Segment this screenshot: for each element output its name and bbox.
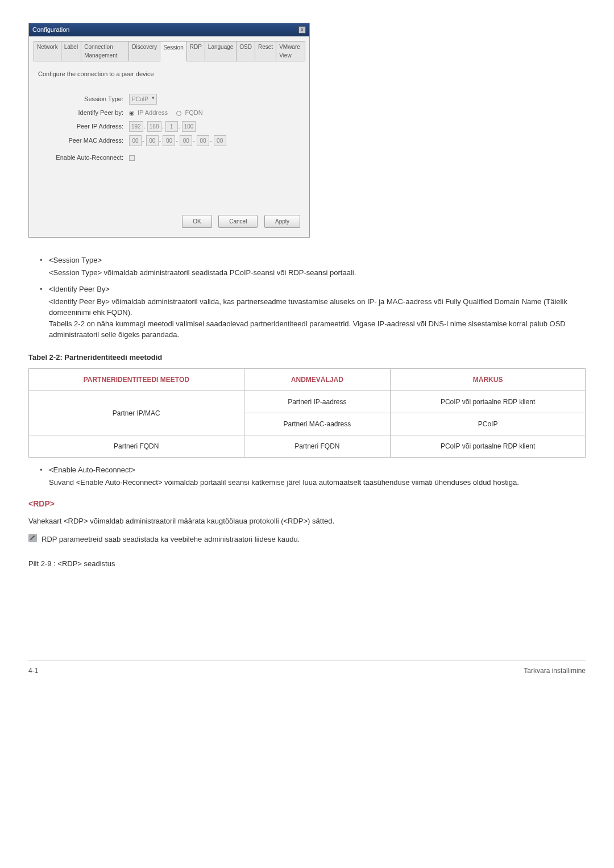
auto-reconnect-checkbox[interactable] bbox=[129, 155, 135, 161]
radio-fqdn-label: FQDN bbox=[185, 109, 202, 116]
cell-method-ipmac: Partner IP/MAC bbox=[29, 391, 244, 435]
option-list-2: • <Enable Auto-Reconnect> Suvand <Enable… bbox=[28, 464, 586, 488]
tab-row: Network Label Connection Management Disc… bbox=[34, 41, 305, 61]
identify-peer-label: Identify Peer by: bbox=[38, 108, 129, 118]
tab-connection-management[interactable]: Connection Management bbox=[81, 41, 129, 61]
rdp-intro: Vahekaart <RDP> võimaldab administraator… bbox=[28, 516, 586, 527]
mac-3[interactable]: 00 bbox=[163, 135, 175, 146]
mac-2[interactable]: 00 bbox=[146, 135, 159, 146]
radio-fqdn[interactable] bbox=[176, 111, 181, 116]
note-icon bbox=[28, 534, 37, 542]
th-note: MÄRKUS bbox=[391, 369, 586, 391]
window-body: Network Label Connection Management Disc… bbox=[29, 36, 309, 238]
footer-right: Tarkvara installimine bbox=[524, 666, 586, 676]
session-type-select[interactable]: PCoIP bbox=[129, 94, 157, 105]
figure-caption: Pilt 2-9 : <RDP> seadistus bbox=[28, 558, 586, 570]
cell-note-mac: PCoIP bbox=[391, 413, 586, 435]
bullet-icon: • bbox=[40, 464, 49, 488]
config-window: Configuration x Network Label Connection… bbox=[28, 23, 310, 238]
peer-ip-label: Peer IP Address: bbox=[38, 122, 129, 131]
methods-table: PARTNERIDENTITEEDI MEETOD ANDMEVÄLJAD MÄ… bbox=[28, 368, 586, 458]
tab-vmware-view[interactable]: VMware View bbox=[276, 41, 305, 61]
note-row: RDP parameetreid saab seadistada ka veeb… bbox=[28, 534, 586, 545]
cell-field-ip: Partneri IP-aadress bbox=[244, 391, 391, 413]
tab-rdp[interactable]: RDP bbox=[186, 41, 205, 61]
rdp-heading: <RDP> bbox=[28, 498, 586, 510]
identify-peer-text2: Tabelis 2-2 on näha kummagi meetodi vali… bbox=[49, 318, 586, 340]
tab-session[interactable]: Session bbox=[160, 41, 187, 61]
bullet-icon: • bbox=[40, 284, 49, 340]
auto-reconnect-label: Enable Auto-Reconnect: bbox=[38, 153, 129, 163]
ip-octet-2[interactable]: 168 bbox=[147, 121, 161, 132]
cell-method-fqdn: Partneri FQDN bbox=[29, 435, 244, 458]
peer-mac-field[interactable]: 00- 00- 00- 00- 00- 00 bbox=[129, 135, 300, 146]
cancel-button[interactable]: Cancel bbox=[218, 215, 258, 228]
tab-label[interactable]: Label bbox=[61, 41, 81, 61]
option-list: • <Session Type> <Session Type> võimalda… bbox=[28, 255, 586, 340]
auto-reconnect-text: Suvand <Enable Auto-Reconnect> võimaldab… bbox=[49, 477, 586, 488]
ip-octet-1[interactable]: 192 bbox=[129, 121, 143, 132]
apply-button[interactable]: Apply bbox=[264, 215, 300, 228]
th-method: PARTNERIDENTITEEDI MEETOD bbox=[29, 369, 244, 391]
identify-peer-title: <Identify Peer By> bbox=[49, 284, 586, 295]
session-type-title: <Session Type> bbox=[49, 255, 586, 266]
window-titlebar: Configuration x bbox=[29, 23, 309, 36]
mac-6[interactable]: 00 bbox=[214, 135, 226, 146]
radio-ip-address[interactable] bbox=[129, 111, 134, 116]
mac-1[interactable]: 00 bbox=[129, 135, 142, 146]
tab-network[interactable]: Network bbox=[34, 41, 61, 61]
tab-osd[interactable]: OSD bbox=[236, 41, 255, 61]
button-bar: OK Cancel Apply bbox=[34, 164, 305, 230]
tab-discovery[interactable]: Discovery bbox=[128, 41, 160, 61]
note-text: RDP parameetreid saab seadistada ka veeb… bbox=[42, 534, 300, 545]
cell-note-fqdn: PCoIP või portaalne RDP klient bbox=[391, 435, 586, 458]
mac-5[interactable]: 00 bbox=[197, 135, 209, 146]
footer-left: 4-1 bbox=[28, 666, 38, 676]
config-description: Configure the connection to a peer devic… bbox=[34, 61, 305, 93]
mac-4[interactable]: 00 bbox=[180, 135, 192, 146]
page-footer: 4-1 Tarkvara installimine bbox=[28, 661, 586, 676]
window-title: Configuration bbox=[32, 25, 69, 35]
cell-field-mac: Partneri MAC-aadress bbox=[244, 413, 391, 435]
auto-reconnect-title: <Enable Auto-Reconnect> bbox=[49, 464, 586, 476]
peer-ip-field[interactable]: 192. 168. 1. 100 bbox=[129, 121, 300, 132]
ip-octet-4[interactable]: 100 bbox=[182, 121, 196, 132]
cell-field-fqdn: Partneri FQDN bbox=[244, 435, 391, 458]
tab-reset[interactable]: Reset bbox=[255, 41, 276, 61]
identify-peer-text1: <Identify Peer By> võimaldab administraa… bbox=[49, 296, 586, 318]
tab-language[interactable]: Language bbox=[205, 41, 237, 61]
bullet-icon: • bbox=[40, 255, 49, 278]
cell-note-ip: PCoIP või portaalne RDP klient bbox=[391, 391, 586, 413]
table-title: Tabel 2-2: Partneridentiteedi meetodid bbox=[28, 352, 586, 363]
session-type-text: <Session Type> võimaldab administraatori… bbox=[49, 267, 586, 279]
ok-button[interactable]: OK bbox=[182, 215, 211, 228]
session-type-label: Session Type: bbox=[38, 94, 129, 104]
close-icon[interactable]: x bbox=[298, 26, 306, 34]
peer-mac-label: Peer MAC Address: bbox=[38, 136, 129, 146]
th-fields: ANDMEVÄLJAD bbox=[244, 369, 391, 391]
radio-ip-address-label: IP Address bbox=[138, 109, 168, 116]
ip-octet-3[interactable]: 1 bbox=[165, 121, 178, 132]
